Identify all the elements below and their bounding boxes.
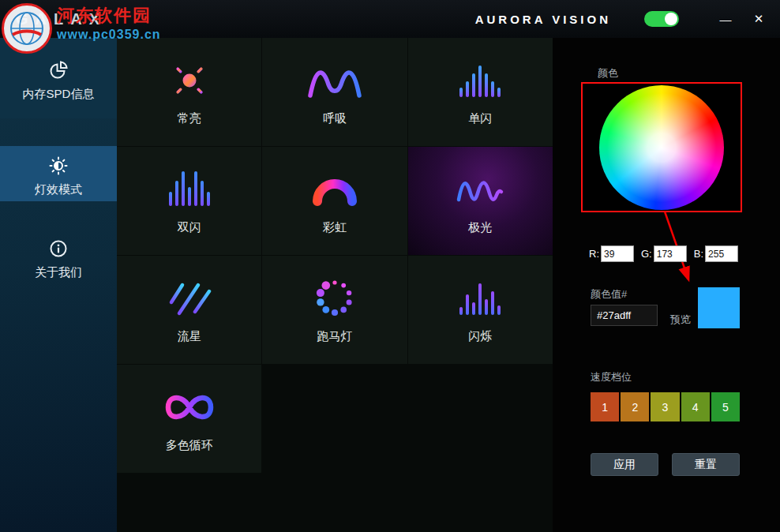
app-window: GALAX AURORA VISION — ✕	[0, 0, 780, 532]
g-label: G:	[641, 248, 652, 260]
mode-aurora[interactable]: 极光	[408, 147, 553, 255]
rainbow-arc-icon	[309, 167, 361, 212]
flicker-bars-icon	[455, 275, 505, 321]
mode-label: 极光	[468, 220, 492, 235]
sidebar: 内存SPD信息 灯效模式	[0, 38, 117, 532]
mode-label: 单闪	[468, 111, 492, 126]
b-input[interactable]	[705, 245, 738, 262]
info-icon	[48, 238, 69, 259]
close-button[interactable]: ✕	[742, 0, 775, 38]
mode-label: 多色循环	[166, 438, 213, 453]
mode-label: 呼吸	[323, 111, 347, 126]
b-label: B:	[694, 248, 703, 260]
speed-level-row: 1 2 3 4 5	[591, 392, 740, 421]
hex-label: 颜色值#	[591, 287, 627, 302]
color-panel: 颜色 R: G: B:	[553, 38, 780, 532]
reset-button[interactable]: 重置	[672, 453, 740, 476]
mode-label: 流星	[178, 329, 201, 344]
pie-chart-icon	[48, 60, 69, 81]
mode-label: 常亮	[178, 111, 201, 126]
grid-empty-cell	[408, 365, 553, 473]
aurora-wave-icon	[452, 167, 508, 212]
speed-level-2[interactable]: 2	[621, 392, 649, 421]
speed-level-1[interactable]: 1	[591, 392, 619, 421]
color-wheel-annotation-box	[581, 82, 742, 212]
mode-color-cycle[interactable]: 多色循环	[117, 365, 261, 473]
double-bars-icon	[164, 167, 215, 212]
hex-color-input[interactable]	[591, 305, 658, 326]
app-title: AURORA VISION	[475, 13, 611, 26]
rgb-inputs-row: R: G: B:	[589, 245, 741, 262]
static-sun-icon	[163, 58, 216, 103]
mode-label: 双闪	[178, 220, 201, 235]
mode-label: 彩虹	[323, 220, 347, 235]
breathing-wave-icon	[304, 58, 366, 103]
mode-breathing[interactable]: 呼吸	[262, 38, 407, 146]
equalizer-bars-icon	[455, 58, 505, 103]
watermark-badge-icon	[2, 3, 52, 54]
mode-static[interactable]: 常亮	[117, 38, 261, 146]
speed-level-5[interactable]: 5	[711, 392, 740, 421]
lighting-power-toggle[interactable]	[644, 11, 679, 27]
mode-grid: 常亮 呼吸	[117, 38, 553, 532]
meteor-streaks-icon	[165, 275, 214, 321]
sidebar-item-label: 灯效模式	[35, 182, 82, 196]
sidebar-item-lighting-mode[interactable]: 灯效模式	[0, 146, 117, 201]
r-label: R:	[589, 248, 599, 260]
apply-button[interactable]: 应用	[591, 453, 658, 476]
grid-empty-cell	[262, 365, 407, 473]
preview-label: 预览	[670, 313, 691, 327]
mode-flicker[interactable]: 闪烁	[408, 256, 553, 364]
site-watermark: 河东软件园 www.pc0359.cn	[2, 3, 161, 54]
r-input[interactable]	[601, 245, 634, 262]
sidebar-item-label: 关于我们	[35, 265, 82, 279]
watermark-site-url: www.pc0359.cn	[57, 28, 161, 42]
toggle-knob	[665, 13, 677, 25]
sidebar-item-about[interactable]: 关于我们	[0, 229, 117, 284]
mode-marquee[interactable]: 跑马灯	[262, 256, 407, 364]
mode-label: 跑马灯	[317, 329, 352, 344]
speed-level-4[interactable]: 4	[681, 392, 710, 421]
mode-single-flash[interactable]: 单闪	[408, 38, 553, 146]
color-section-label: 颜色	[598, 66, 618, 81]
color-preview-swatch	[698, 287, 740, 328]
watermark-site-name: 河东软件园	[57, 6, 161, 25]
speed-level-3[interactable]: 3	[651, 392, 679, 421]
mode-double-flash[interactable]: 双闪	[117, 147, 261, 255]
speed-label: 速度档位	[591, 370, 632, 384]
mode-meteor[interactable]: 流星	[117, 256, 261, 364]
color-wheel[interactable]	[599, 85, 724, 210]
infinity-icon	[159, 384, 220, 430]
dotted-circle-icon	[310, 275, 359, 321]
g-input[interactable]	[654, 245, 687, 262]
mode-rainbow[interactable]: 彩虹	[262, 147, 407, 255]
sidebar-item-label: 内存SPD信息	[23, 87, 95, 100]
brightness-icon	[48, 155, 69, 176]
mode-label: 闪烁	[468, 329, 492, 344]
minimize-button[interactable]: —	[709, 0, 742, 38]
